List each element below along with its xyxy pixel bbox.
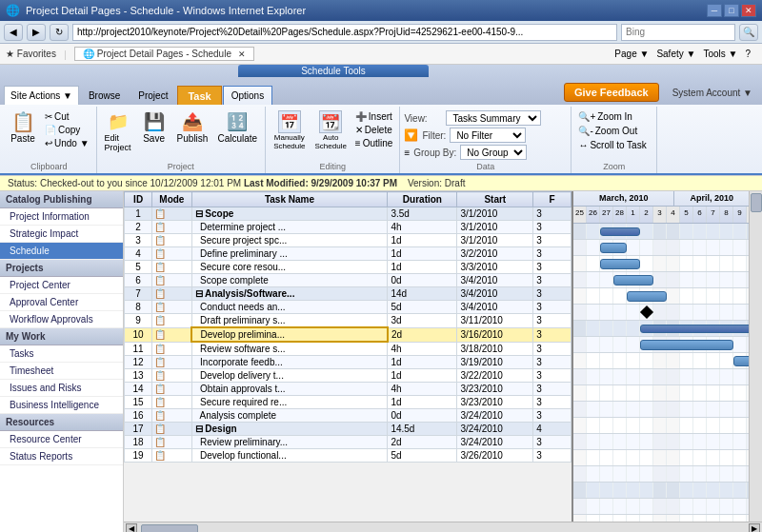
cut-btn[interactable]: ✂ Cut: [42, 110, 92, 123]
filter-icon: 🔽: [404, 128, 418, 142]
bottom-scrollbar[interactable]: ◀ ▶: [124, 522, 762, 532]
gantt-bar[interactable]: [640, 340, 733, 350]
give-feedback-btn[interactable]: Give Feedback: [564, 83, 659, 102]
status-text: Status: Checked-out to you since 10/12/2…: [8, 178, 241, 188]
tools-menu[interactable]: Tools ▼: [703, 49, 737, 59]
table-row[interactable]: 18 📋 Review preliminary... 2d 3/24/2010 …: [125, 436, 572, 449]
gantt-day: 6: [693, 207, 707, 223]
zoom-in-icon: 🔍+: [578, 111, 595, 122]
go-btn[interactable]: 🔍: [739, 24, 758, 41]
table-row[interactable]: 5 📋 Secure core resou... 1d 3/3/2010 3: [125, 261, 572, 274]
zoom-in-btn[interactable]: 🔍+ Zoom In: [575, 110, 652, 123]
right-scrollbar[interactable]: [749, 191, 762, 522]
gantt-bar[interactable]: [600, 259, 640, 269]
table-row[interactable]: 9 📋 Draft preliminary s... 3d 3/11/2010 …: [125, 314, 572, 328]
tab-site-actions[interactable]: Site Actions ▼: [4, 86, 79, 105]
gantt-bar[interactable]: [627, 291, 667, 302]
projects-header[interactable]: Projects: [0, 260, 123, 277]
table-row[interactable]: 15 📋 Secure required re... 1d 3/23/2010 …: [125, 396, 572, 409]
forward-btn[interactable]: ▶: [27, 24, 46, 41]
delete-icon: ✕: [355, 125, 363, 135]
tab-browse[interactable]: Browse: [80, 86, 129, 105]
resources-header[interactable]: Resources: [0, 414, 123, 431]
address-input[interactable]: [72, 24, 617, 41]
table-row[interactable]: 19 📋 Develop functional... 5d 3/26/2010 …: [125, 449, 572, 463]
page-tab[interactable]: 🌐 Project Detail Pages - Schedule ✕: [74, 47, 254, 61]
nav-issues-risks[interactable]: Issues and Risks: [0, 380, 123, 397]
tab-options[interactable]: Options: [223, 86, 272, 105]
nav-tasks[interactable]: Tasks: [0, 345, 123, 363]
save-icon: 💾: [143, 110, 166, 133]
cut-icon: ✂: [45, 111, 52, 122]
nav-status-reports[interactable]: Status Reports: [0, 448, 123, 465]
table-row[interactable]: 12 📋 Incorporate feedb... 1d 3/19/2010 3: [125, 356, 572, 369]
table-row[interactable]: 2 📋 Determine project ... 4h 3/1/2010 3: [125, 221, 572, 234]
help-btn[interactable]: ?: [745, 49, 751, 59]
insert-btn[interactable]: ➕ Insert: [352, 110, 396, 123]
calculate-btn[interactable]: 🔢 Calculate: [213, 108, 261, 146]
edit-project-btn[interactable]: 📁 EditProject: [101, 108, 135, 154]
zoom-out-btn[interactable]: 🔍- Zoom Out: [575, 125, 652, 137]
table-row[interactable]: 10 📋 Develop prelimina... 2d 3/16/2010 3: [125, 327, 572, 342]
nav-schedule[interactable]: Schedule: [0, 243, 123, 260]
nav-project-center[interactable]: Project Center: [0, 277, 123, 294]
view-dropdown[interactable]: Tasks Summary: [446, 110, 541, 126]
table-row[interactable]: 6 📋 Scope complete 0d 3/4/2010 3: [125, 274, 572, 287]
nav-strategic-impact[interactable]: Strategic Impact: [0, 226, 123, 243]
groupby-dropdown[interactable]: No Group: [460, 145, 527, 160]
gantt-bar[interactable]: [613, 275, 653, 286]
table-row[interactable]: 13 📋 Develop delivery t... 1d 3/22/2010 …: [125, 369, 572, 383]
save-btn[interactable]: 💾 Save: [137, 108, 171, 146]
gantt-bar[interactable]: [600, 227, 640, 236]
undo-btn[interactable]: ↩ Undo ▼: [42, 137, 92, 149]
gantt-row: [573, 483, 749, 499]
system-account[interactable]: System Account ▼: [667, 88, 758, 98]
zoom-out-icon: 🔍-: [578, 126, 592, 136]
filter-dropdown[interactable]: No Filter: [450, 128, 526, 143]
table-row[interactable]: 7 📋 ⊟ Analysis/Software... 14d 3/4/2010 …: [125, 287, 572, 301]
scroll-left-btn[interactable]: ◀: [126, 523, 137, 533]
scroll-right-btn[interactable]: ▶: [749, 523, 760, 533]
gantt-bar[interactable]: [640, 325, 749, 333]
scroll-to-task-btn[interactable]: ↔ Scroll to Task: [575, 139, 652, 151]
table-row[interactable]: 8 📋 Conduct needs an... 5d 3/4/2010 3: [125, 301, 572, 314]
table-row[interactable]: 3 📋 Secure project spc... 1d 3/1/2010 3: [125, 234, 572, 247]
ribbon-group-zoom: 🔍+ Zoom In 🔍- Zoom Out ↔ Scroll to Task …: [572, 107, 657, 173]
back-btn[interactable]: ◀: [4, 24, 23, 41]
nav-business-intelligence[interactable]: Business Intelligence: [0, 397, 123, 414]
restore-btn[interactable]: □: [724, 4, 739, 17]
gantt-row: [573, 256, 749, 272]
nav-workflow-approvals[interactable]: Workflow Approvals: [0, 311, 123, 328]
outline-btn[interactable]: ≡ Outline: [352, 137, 396, 149]
nav-project-information[interactable]: Project Information: [0, 208, 123, 226]
search-input[interactable]: [621, 24, 735, 41]
auto-schedule-btn[interactable]: 📆 AutoSchedule: [311, 108, 350, 152]
table-row[interactable]: 4 📋 Define preliminary ... 1d 3/2/2010 3: [125, 247, 572, 261]
nav-timesheet[interactable]: Timesheet: [0, 363, 123, 380]
manually-schedule-btn[interactable]: 📅 ManuallySchedule: [270, 108, 309, 152]
close-btn[interactable]: ✕: [741, 4, 756, 17]
tab-project[interactable]: Project: [130, 86, 176, 105]
horizontal-scrollbar-thumb[interactable]: [141, 524, 198, 533]
nav-approval-center[interactable]: Approval Center: [0, 294, 123, 311]
minimize-btn[interactable]: ─: [707, 4, 722, 17]
favorites-btn[interactable]: ★ Favorites: [6, 49, 56, 59]
refresh-btn[interactable]: ↻: [50, 24, 69, 41]
table-row[interactable]: 17 📋 ⊟ Design 14.5d 3/24/2010 4: [125, 423, 572, 436]
table-row[interactable]: 14 📋 Obtain approvals t... 4h 3/23/2010 …: [125, 383, 572, 396]
page-menu[interactable]: Page ▼: [614, 49, 649, 59]
publish-btn[interactable]: 📤 Publish: [173, 108, 212, 146]
gantt-bar[interactable]: [733, 356, 749, 366]
nav-resource-center[interactable]: Resource Center: [0, 431, 123, 448]
gantt-bar[interactable]: [600, 243, 627, 253]
table-row[interactable]: 11 📋 Review software s... 4h 3/18/2010 3: [125, 342, 572, 356]
table-row[interactable]: 16 📋 Analysis complete 0d 3/24/2010 3: [125, 409, 572, 423]
table-row[interactable]: 1 📋 ⊟ Scope 3.5d 3/1/2010 3: [125, 207, 572, 221]
paste-btn[interactable]: 📋 Paste: [6, 108, 40, 146]
tab-task[interactable]: Task: [177, 86, 221, 105]
copy-btn[interactable]: 📄 Copy: [42, 124, 92, 136]
safety-menu[interactable]: Safety ▼: [656, 49, 695, 59]
mywork-header[interactable]: My Work: [0, 328, 123, 345]
delete-btn[interactable]: ✕ Delete: [352, 124, 396, 136]
catalog-publishing-header[interactable]: Catalog Publishing: [0, 191, 123, 208]
